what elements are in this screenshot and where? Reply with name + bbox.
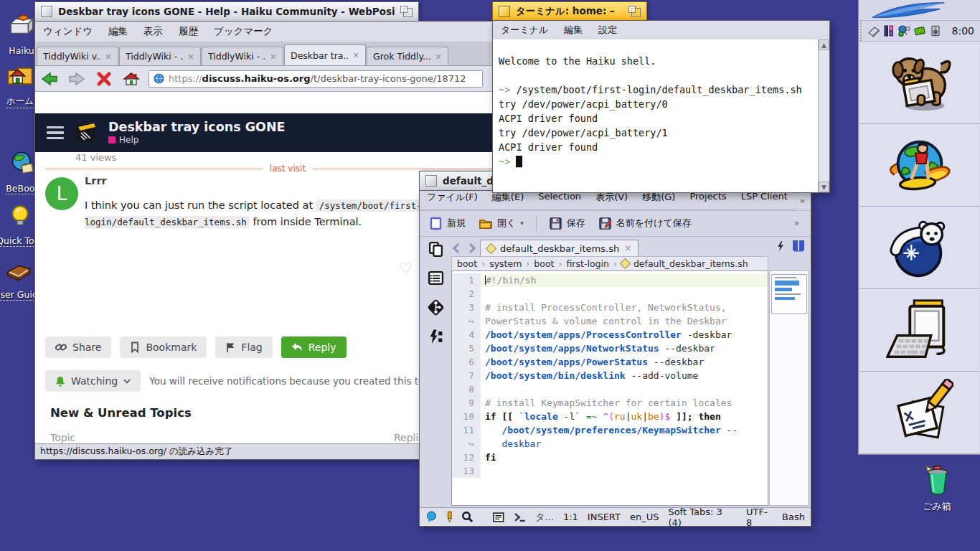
save-button[interactable]: 保存 xyxy=(545,215,590,232)
tab-back-icon[interactable] xyxy=(451,242,463,254)
terminal-scrollbar[interactable]: ▲ ▼ xyxy=(818,39,829,192)
terminal-menu-item[interactable]: 設定 xyxy=(590,24,625,37)
launcher-item-web-browser[interactable] xyxy=(859,124,979,207)
back-button[interactable] xyxy=(39,70,59,88)
pen-icon[interactable] xyxy=(445,511,454,523)
stop-button[interactable] xyxy=(94,70,113,88)
browser-tab[interactable]: Grok Tiddly...× xyxy=(367,47,448,65)
scroll-up-icon[interactable]: ▲ xyxy=(819,39,829,50)
post-author[interactable]: Lrrr xyxy=(85,175,107,187)
tab-close-icon[interactable]: × xyxy=(105,52,112,62)
editor-menu-item[interactable]: Selection xyxy=(531,191,588,209)
browser-menu-item[interactable]: 履歴 xyxy=(171,25,206,38)
address-bar[interactable]: https://discuss.haiku-os.org/t/deskbar-t… xyxy=(149,70,483,88)
browser-menu-item[interactable]: ウィンドウ xyxy=(35,25,100,38)
tab-close-icon[interactable]: × xyxy=(352,50,359,60)
minimap-preview[interactable] xyxy=(771,274,807,314)
trash[interactable]: ごみ箱 xyxy=(913,463,961,513)
flash-icon[interactable] xyxy=(776,240,785,252)
networkstatus-tray-icon[interactable] xyxy=(897,24,911,37)
terminal-title-tab[interactable]: ターミナル: home: – xyxy=(492,1,647,20)
new-file-button[interactable]: 新規 xyxy=(425,215,470,232)
browser-title-tab[interactable]: Deskbar tray icons GONE - Help - Haiku C… xyxy=(34,1,419,21)
terminal-panel-icon[interactable] xyxy=(514,512,527,522)
like-heart-icon[interactable]: ♡ xyxy=(399,260,412,277)
scroll-down-icon[interactable]: ▼ xyxy=(819,182,829,192)
open-file-button[interactable]: 開く ▾ xyxy=(474,215,528,232)
breadcrumb-item[interactable]: boot xyxy=(534,258,554,269)
breadcrumb-item[interactable]: system xyxy=(489,258,522,269)
column-header-topic[interactable]: Topic xyxy=(50,432,75,443)
browser-tab[interactable]: TiddlyWiki - ...× xyxy=(202,47,283,65)
close-button[interactable] xyxy=(41,6,52,17)
flag-button[interactable]: Flag xyxy=(215,336,272,358)
locale-indicator[interactable]: en_US xyxy=(630,512,659,522)
comments-icon[interactable] xyxy=(425,511,438,523)
breadcrumb-item[interactable]: boot xyxy=(457,258,477,269)
editor-menu-item[interactable]: 移動(G) xyxy=(635,191,682,209)
keymap-tray-icon[interactable] xyxy=(867,24,880,37)
toolbar-overflow-icon[interactable]: » xyxy=(794,218,805,228)
split-view-icon[interactable] xyxy=(792,240,805,252)
editor-menu-item[interactable]: LSP Client xyxy=(734,191,795,209)
projects-pane-icon[interactable] xyxy=(428,241,444,258)
open-dropdown-icon[interactable]: ▾ xyxy=(520,220,524,227)
language-indicator[interactable]: Bash xyxy=(782,512,805,522)
deskbar-clock[interactable]: 8:00 xyxy=(952,25,976,37)
insert-mode[interactable]: INSERT xyxy=(588,512,621,522)
launcher-item-fetch[interactable] xyxy=(859,42,979,124)
terminal-menu-item[interactable]: 編集 xyxy=(556,24,590,37)
tab-close-icon[interactable]: × xyxy=(435,52,442,62)
launcher-item-bear-globe[interactable] xyxy=(859,207,979,289)
launcher-item-computer[interactable] xyxy=(859,289,979,372)
haiku-forum-logo-icon[interactable] xyxy=(75,122,97,143)
watching-dropdown[interactable]: Watching xyxy=(45,370,141,392)
browser-tab[interactable]: TiddlyWiki v...× xyxy=(37,47,118,65)
forward-button[interactable] xyxy=(67,70,86,88)
editor-menu-item[interactable]: 表示(V) xyxy=(588,191,635,209)
document-tab[interactable]: default_deskbar_items.sh × xyxy=(480,240,639,256)
tab-forward-icon[interactable] xyxy=(466,242,477,254)
volume-tray-icon[interactable] xyxy=(929,24,942,37)
editor-menu-item[interactable]: 編集(E) xyxy=(485,191,531,209)
git-pane-icon[interactable] xyxy=(427,298,445,316)
encoding-indicator[interactable]: UTF-8 xyxy=(746,507,773,528)
column-header-replies[interactable]: Repli xyxy=(394,432,418,443)
tab-close-icon[interactable]: × xyxy=(624,243,631,253)
deskbar-leaf-area[interactable] xyxy=(859,0,980,20)
powerstatus-tray-icon[interactable] xyxy=(913,24,927,37)
breadcrumb-file[interactable]: default_deskbar_items.sh xyxy=(633,258,748,269)
reply-button[interactable]: Reply xyxy=(281,336,347,358)
menu-overflow-icon[interactable]: » xyxy=(800,196,811,206)
processcontroller-tray-icon[interactable] xyxy=(882,24,895,37)
avatar[interactable]: L xyxy=(45,177,78,210)
editor-menu-item[interactable]: ファイル(F) xyxy=(420,191,485,209)
close-button[interactable] xyxy=(425,175,437,187)
close-button[interactable] xyxy=(499,6,510,17)
log-panel-icon[interactable] xyxy=(493,512,504,522)
browser-tab[interactable]: TiddlyWiki - ...× xyxy=(119,47,201,65)
tab-settings[interactable]: Soft Tabs: 3 (4) xyxy=(668,507,737,528)
breadcrumb-item[interactable]: first-login xyxy=(566,258,608,269)
browser-tab[interactable]: Deskbar tra...× xyxy=(284,44,366,65)
lsp-symbols-icon[interactable] xyxy=(428,329,444,345)
editor-scrollbar[interactable] xyxy=(769,270,809,506)
browser-menu-item[interactable]: 編集 xyxy=(100,25,136,38)
editor-menu-item[interactable]: Projects xyxy=(682,191,733,209)
terminal-output[interactable]: Welcome to the Haiku shell. ~> /system/b… xyxy=(493,39,818,192)
terminal-menu-item[interactable]: ターミナル xyxy=(493,24,556,37)
search-icon[interactable] xyxy=(461,511,473,523)
launcher-item-editor[interactable] xyxy=(859,372,979,454)
save-as-button[interactable]: 名前を付けて保存 xyxy=(594,215,696,232)
browser-menu-item[interactable]: 表示 xyxy=(136,25,171,38)
zoom-button[interactable] xyxy=(400,6,413,17)
bookmark-button[interactable]: Bookmark xyxy=(120,336,207,358)
home-button[interactable] xyxy=(121,70,141,88)
category-label[interactable]: Help xyxy=(119,135,138,145)
zoom-button[interactable] xyxy=(628,6,641,17)
code-editor-area[interactable]: 1#!/bin/sh2 3# install ProcessController… xyxy=(451,270,768,506)
share-button[interactable]: Share xyxy=(45,336,111,358)
hamburger-menu-icon[interactable] xyxy=(47,126,64,140)
tab-close-icon[interactable]: × xyxy=(270,52,277,62)
browser-menu-item[interactable]: ブックマーク xyxy=(206,25,281,38)
